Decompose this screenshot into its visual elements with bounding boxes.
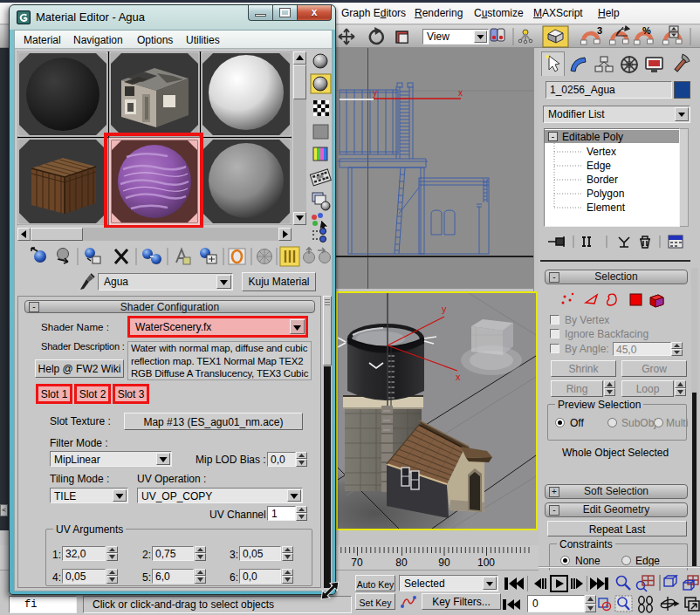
- svg-text:y: y: [373, 88, 377, 98]
- svg-text:y: y: [442, 304, 447, 314]
- svg-text:3: 3: [597, 25, 602, 36]
- svg-text:x: x: [456, 372, 461, 382]
- svg-text:90: 90: [438, 557, 450, 569]
- svg-text:100: 100: [477, 557, 495, 569]
- svg-text:x: x: [458, 88, 463, 98]
- svg-text:70: 70: [351, 557, 363, 569]
- svg-text:80: 80: [395, 557, 408, 569]
- svg-text:%: %: [642, 25, 651, 36]
